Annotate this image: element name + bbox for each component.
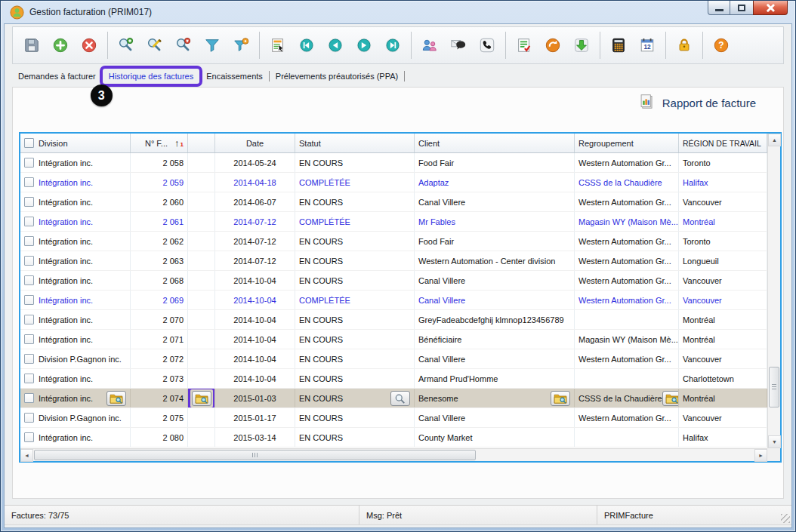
table-row[interactable]: Intégration inc.2 0612014-07-12COMPLÉTÉE…	[20, 212, 767, 232]
calendar-icon[interactable]: 12	[633, 29, 662, 61]
row-checkbox[interactable]	[24, 177, 34, 187]
nav-next-icon[interactable]	[350, 29, 378, 61]
table-row[interactable]: Intégration inc.2 0632014-07-12EN COURSW…	[20, 251, 767, 271]
refresh-icon[interactable]	[538, 29, 567, 61]
nav-last-icon[interactable]	[378, 29, 407, 61]
table-row[interactable]: Intégration inc.2 07442015-01-03EN COURS…	[20, 389, 767, 408]
row-checkbox[interactable]	[24, 393, 34, 403]
filter-settings-icon[interactable]	[227, 29, 255, 61]
scroll-right-glyph: ►	[758, 453, 764, 458]
table-row[interactable]: Intégration inc.2 0712014-10-04EN COURSB…	[20, 330, 767, 349]
select-all-checkbox[interactable]	[24, 138, 34, 148]
scroll-down-icon[interactable]: ▼	[768, 435, 781, 448]
cell-statut-text: COMPLÉTÉE	[299, 217, 350, 226]
tab-demandes-a-facturer[interactable]: Demandes à facturer	[12, 68, 102, 85]
cell-region-text: Vancouver	[683, 276, 722, 285]
row-checkbox[interactable]	[24, 432, 34, 442]
regroupement-lookup-button[interactable]	[662, 391, 679, 406]
tab-label: Encaissements	[206, 72, 263, 81]
row-checkbox[interactable]	[24, 197, 34, 207]
calculator-icon[interactable]	[604, 29, 633, 61]
table-row[interactable]: Intégration inc.2 0622014-07-12EN COURSF…	[20, 232, 767, 251]
client-lookup-button[interactable]	[551, 391, 570, 406]
cell-client: Canal Villere	[415, 192, 575, 211]
table-row[interactable]: Intégration inc.2 0692014-10-04COMPLÉTÉE…	[20, 291, 767, 310]
phone-icon[interactable]	[473, 29, 501, 61]
table-row[interactable]: Intégration inc.2 0582014-05-24EN COURSF…	[20, 153, 767, 173]
record-list-icon[interactable]	[264, 29, 292, 61]
invoice-detail-lookup-button[interactable]	[192, 391, 211, 406]
column-header-region[interactable]: RÉGION DE TRAVAIL	[679, 134, 767, 152]
add-record-icon[interactable]	[46, 29, 75, 61]
lock-icon[interactable]	[670, 29, 699, 61]
table-row[interactable]: Intégration inc.2 0592014-04-18COMPLÉTÉE…	[20, 173, 767, 192]
horizontal-scroll-thumb[interactable]	[34, 450, 476, 460]
table-row[interactable]: Division P.Gagnon inc.2 0752015-01-17EN …	[20, 408, 767, 428]
row-checkbox[interactable]	[24, 315, 34, 324]
row-checkbox[interactable]	[24, 354, 34, 364]
save-icon[interactable]	[17, 29, 46, 61]
export-icon[interactable]	[567, 29, 596, 61]
delete-record-icon[interactable]	[75, 29, 103, 61]
row-checkbox[interactable]	[24, 334, 34, 344]
cell-date: 2015-01-17	[215, 408, 295, 427]
column-header-division[interactable]: Division	[20, 134, 131, 152]
help-icon[interactable]: ?	[707, 29, 736, 61]
table-row[interactable]: Intégration inc.2 0602014-06-07EN COURSC…	[20, 192, 767, 212]
column-header-statut[interactable]: Statut	[295, 134, 415, 152]
tab-prelevements-ppa[interactable]: Prélevements préautorisés (PPA)	[270, 68, 404, 85]
cell-region: Vancouver	[679, 349, 767, 368]
statut-lookup-button[interactable]	[390, 391, 410, 406]
title-bar[interactable]: Gestion facturation (PRIM017)	[1, 1, 795, 23]
vertical-scroll-thumb[interactable]	[769, 367, 779, 407]
row-checkbox[interactable]	[24, 158, 34, 168]
tab-bar: Demandes à facturerHistorique des factur…	[12, 66, 405, 87]
scroll-left-icon[interactable]: ◄	[20, 449, 33, 462]
row-checkbox[interactable]	[24, 256, 34, 266]
cell-date-text: 2015-03-14	[233, 433, 276, 442]
resize-grip[interactable]	[781, 514, 790, 523]
column-header-no-facture[interactable]: N° F...↑1	[131, 134, 188, 152]
table-row[interactable]: Intégration inc.2 0802015-03-14EN COURSC…	[20, 428, 767, 447]
search-edit-icon[interactable]	[140, 29, 169, 61]
close-button[interactable]	[753, 1, 788, 15]
table-row[interactable]: Intégration inc.2 0682014-10-04EN COURSC…	[20, 271, 767, 291]
nav-first-icon[interactable]	[292, 29, 321, 61]
row-checkbox[interactable]	[24, 295, 34, 305]
filter-icon[interactable]	[198, 29, 227, 61]
contacts-icon[interactable]	[415, 29, 444, 61]
cell-regroupement: Western Automation Gr...	[575, 251, 679, 270]
minimize-button[interactable]	[708, 1, 730, 15]
row-checkbox[interactable]	[24, 275, 34, 285]
column-header-regroupement[interactable]: Regroupement	[575, 134, 679, 152]
scroll-up-icon[interactable]: ▲	[768, 134, 781, 146]
row-checkbox[interactable]	[24, 413, 34, 423]
tab-encaissements[interactable]: Encaissements	[200, 68, 269, 85]
column-header-client[interactable]: Client	[415, 134, 575, 152]
horizontal-scrollbar[interactable]: ◄ ►	[20, 448, 767, 461]
vertical-scrollbar[interactable]: ▲ ▼	[767, 134, 780, 448]
row-checkbox[interactable]	[24, 374, 34, 383]
cell-date-text: 2014-10-04	[233, 374, 276, 383]
search-add-icon[interactable]	[112, 29, 140, 61]
table-row[interactable]: Intégration inc.2 0732014-10-04EN COURSA…	[20, 369, 767, 389]
column-header-icons[interactable]	[188, 134, 215, 152]
table-row[interactable]: Intégration inc.2 0702014-10-04EN COURSG…	[20, 310, 767, 330]
maximize-button[interactable]	[730, 1, 753, 15]
tasks-icon[interactable]	[510, 29, 538, 61]
cell-no-facture-text: 2 063	[162, 257, 184, 266]
nav-previous-icon[interactable]	[321, 29, 350, 61]
status-bar: Factures: 73/75 Msg: Prêt PRIMFacture	[5, 505, 791, 525]
row-checkbox[interactable]	[24, 217, 34, 226]
scroll-right-icon[interactable]: ►	[754, 449, 767, 462]
cell-regroupement: Western Automation Gr...	[575, 271, 679, 290]
cell-client-text: Western Automation - Center division	[418, 257, 555, 266]
row-checkbox[interactable]	[24, 236, 34, 246]
report-button[interactable]: Rapport de facture	[639, 93, 756, 113]
column-header-date[interactable]: Date	[215, 134, 295, 152]
division-lookup-button[interactable]	[106, 391, 126, 406]
search-clear-icon[interactable]	[169, 29, 198, 61]
messages-icon[interactable]	[444, 29, 473, 61]
tab-historique-des-factures[interactable]: Historique des factures3	[103, 68, 200, 85]
table-row[interactable]: Division P.Gagnon inc.2 0722014-10-04EN …	[20, 349, 767, 369]
